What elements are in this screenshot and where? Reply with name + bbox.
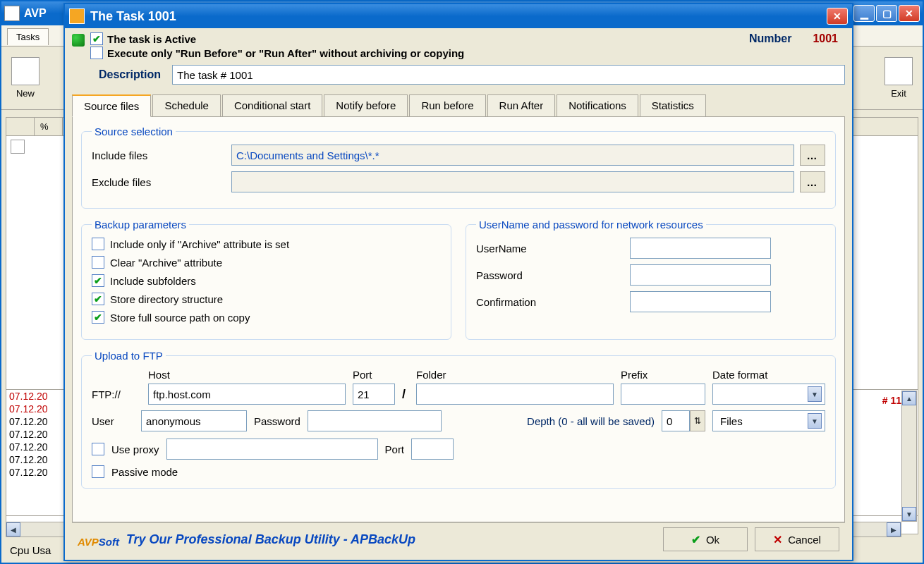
ftp-headers: Host Port Folder Prefix Date format: [92, 369, 825, 381]
passive-mode-label: Passive mode: [111, 466, 178, 478]
exclude-files-label: Exclude files: [92, 176, 226, 188]
ftp-legend: Upload to FTP: [92, 350, 166, 362]
opt-store-full-path-checkbox[interactable]: [92, 311, 104, 324]
task-dialog: The Task 1001 ✕ The task is Active Execu…: [63, 3, 853, 561]
ftp-user-label: User: [92, 415, 134, 427]
proxy-port-label: Port: [385, 443, 405, 455]
status-cpu: Cpu Usa: [10, 544, 51, 556]
tab-run-after[interactable]: Run After: [487, 94, 556, 117]
include-browse-button[interactable]: …: [800, 145, 825, 166]
tab-schedule[interactable]: Schedule: [152, 94, 221, 117]
include-files-row: Include files …: [92, 145, 825, 166]
execute-only-checkbox[interactable]: [90, 47, 103, 59]
ftp-depth-input[interactable]: [662, 410, 690, 431]
exclude-browse-button[interactable]: …: [800, 171, 825, 192]
toolbar-new[interactable]: New: [11, 57, 39, 99]
x-icon: ✕: [773, 533, 782, 546]
ftp-files-combo[interactable]: Files▼: [712, 410, 825, 431]
dialog-close-button[interactable]: ✕: [827, 8, 848, 25]
ok-button[interactable]: ✔Ok: [663, 527, 748, 551]
proxy-port-input[interactable]: [411, 439, 454, 460]
ftp-datefmt-combo[interactable]: ▼: [712, 384, 825, 405]
toolbar-exit[interactable]: Exit: [885, 57, 913, 99]
ftp-user-input[interactable]: [141, 410, 247, 431]
new-icon: [11, 57, 39, 85]
opt-archive-only-checkbox[interactable]: [92, 238, 104, 250]
tabstrip: Source files Schedule Conditional start …: [72, 94, 845, 117]
net-password-input[interactable]: [630, 264, 771, 286]
opt3-row: Include subfolders: [92, 274, 441, 287]
active-checkbox[interactable]: [90, 32, 103, 45]
ftp-password-label: Password: [254, 415, 300, 427]
ftp-url-prefix: FTP://: [92, 388, 141, 400]
maximize-button[interactable]: ▢: [876, 5, 897, 22]
exclude-files-row: Exclude files …: [92, 171, 825, 192]
net-username-input[interactable]: [630, 238, 771, 259]
dialog-icon: [69, 8, 85, 24]
toolbar-new-label: New: [16, 88, 35, 99]
ftp-host-label: Host: [148, 369, 346, 381]
description-row: Description: [72, 65, 845, 85]
use-proxy-checkbox[interactable]: [92, 443, 104, 455]
dialog-header-row: The task is Active Execute only "Run Bef…: [72, 32, 845, 61]
active-label: The task is Active: [107, 33, 196, 45]
parent-tab-tasks[interactable]: Tasks: [7, 28, 49, 45]
opt2-label: Clear "Archive" attribute: [110, 257, 222, 269]
opt-store-structure-checkbox[interactable]: [92, 293, 104, 305]
ftp-port-input[interactable]: [353, 384, 395, 405]
tab-notify-before[interactable]: Notify before: [324, 94, 408, 117]
network-auth-legend: UserName and password for network resour…: [476, 219, 706, 231]
ftp-row2: User Password Depth (0 - all will be sav…: [92, 410, 825, 431]
col-pct[interactable]: %: [35, 118, 63, 135]
net-pass-row: Password: [476, 264, 825, 286]
cancel-button[interactable]: ✕Cancel: [755, 527, 839, 551]
ftp-files-combo-value: Files: [716, 415, 803, 427]
tab-statistics[interactable]: Statistics: [640, 94, 706, 117]
include-files-input[interactable]: [231, 145, 794, 166]
opt-include-subfolders-checkbox[interactable]: [92, 274, 104, 287]
description-input[interactable]: [172, 65, 845, 85]
ftp-proxy-row: Use proxy Port: [92, 439, 825, 460]
net-confirmation-input[interactable]: [630, 291, 771, 312]
opt2-row: Clear "Archive" attribute: [92, 256, 441, 269]
hash-badge: # 11: [882, 395, 901, 406]
number-block: Number 1001: [749, 32, 845, 45]
tab-notifications[interactable]: Notifications: [557, 94, 638, 117]
scroll-up-icon[interactable]: ▲: [902, 391, 916, 405]
opt3-label: Include subfolders: [110, 275, 196, 287]
use-proxy-label: Use proxy: [111, 443, 159, 455]
ftp-prefix-input[interactable]: [621, 384, 705, 405]
net-user-label: UserName: [476, 243, 624, 255]
tab-conditional-start[interactable]: Conditional start: [222, 94, 322, 117]
source-selection-group: Source selection Include files … Exclude…: [81, 125, 836, 209]
opt-clear-archive-checkbox[interactable]: [92, 256, 104, 269]
source-selection-legend: Source selection: [92, 125, 176, 137]
close-button[interactable]: ✕: [899, 5, 920, 22]
ftp-password-input[interactable]: [308, 410, 442, 431]
backup-params-legend: Backup parameters: [92, 219, 189, 231]
scroll-down-icon[interactable]: ▼: [902, 507, 916, 521]
scroll-right-icon[interactable]: ▶: [887, 522, 901, 537]
ftp-folder-input[interactable]: [416, 384, 614, 405]
exclude-files-input[interactable]: [231, 171, 794, 192]
dialog-footer: AVPSoft Try Our Professional Backup Util…: [72, 522, 845, 556]
row-edit-icon: [11, 140, 25, 154]
footer-promo: Try Our Professional Backup Utility - AP…: [126, 532, 656, 547]
ftp-passive-row: Passive mode: [92, 465, 825, 478]
ftp-host-input[interactable]: [148, 384, 346, 405]
description-label: Description: [72, 68, 161, 81]
opt5-row: Store full source path on copy: [92, 311, 441, 324]
minimize-button[interactable]: ▁: [853, 5, 875, 22]
scroll-left-icon[interactable]: ◀: [6, 522, 20, 537]
ftp-folder-label: Folder: [416, 369, 614, 381]
passive-mode-checkbox[interactable]: [92, 465, 104, 478]
net-conf-row: Confirmation: [476, 291, 825, 312]
spinner-buttons[interactable]: ⇅: [690, 410, 705, 431]
vertical-scrollbar[interactable]: ▲ ▼: [901, 391, 917, 522]
tab-source-files[interactable]: Source files: [72, 94, 151, 117]
ftp-row1: FTP:// / ▼: [92, 384, 825, 405]
chevron-down-icon: ▼: [808, 386, 822, 402]
dialog-body: The task is Active Execute only "Run Bef…: [65, 28, 852, 560]
proxy-host-input[interactable]: [166, 439, 378, 460]
tab-run-before[interactable]: Run before: [409, 94, 485, 117]
